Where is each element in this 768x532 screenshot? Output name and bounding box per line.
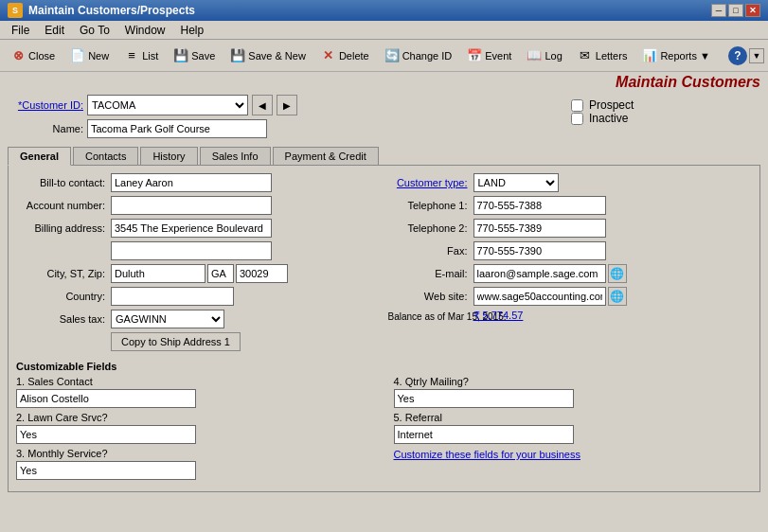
city-label: City, ST, Zip: [16,268,111,279]
tab-sales-info[interactable]: Sales Info [200,147,271,166]
website-input[interactable] [473,287,606,306]
website-label: Web site: [388,291,473,302]
close-button[interactable]: ⊗ Close [4,44,62,68]
account-number-input[interactable] [111,196,272,215]
top-section: *Customer ID: TACOMA ◀ ▶ Name: Prospect [8,95,760,144]
balance-label: Balance as of Mar 15, 2015: [388,310,473,322]
bill-to-input[interactable] [111,173,272,192]
letters-button[interactable]: ✉ Letters [571,44,634,68]
toolbar: ⊗ Close 📄 New ≡ List 💾 Save 💾 Save & New… [0,40,768,72]
bill-to-label: Bill-to contact: [16,177,111,188]
telephone1-row: Telephone 1: [388,196,753,215]
new-icon: 📄 [70,48,85,63]
tabs-row: General Contacts History Sales Info Paym… [8,146,760,165]
log-button[interactable]: 📖 Log [520,44,568,68]
tab-history[interactable]: History [140,147,197,166]
telephone2-label: Telephone 2: [388,222,473,234]
change-id-icon: 🔄 [384,48,400,63]
tab-payment-credit[interactable]: Payment & Credit [273,147,379,166]
website-row: Web site: 🌐 [388,287,753,306]
state-input[interactable] [207,264,234,283]
customer-id-link[interactable]: *Customer ID: [18,99,83,111]
custom-input-3[interactable] [16,461,196,480]
account-number-row: Account number: [16,196,381,215]
customer-id-label: *Customer ID: [8,99,83,111]
title-bar: S Maintain Customers/Prospects ─ □ ✕ [0,0,768,21]
telephone1-label: Telephone 1: [388,200,473,211]
custom-field-label-2: 2. Lawn Care Srvc? [16,412,375,423]
save-icon: 💾 [173,48,188,63]
top-left: *Customer ID: TACOMA ◀ ▶ Name: [8,95,571,144]
window-close-button[interactable]: ✕ [745,4,760,17]
email-row: E-mail: 🌐 [388,264,753,283]
save-new-button[interactable]: 💾 Save & New [223,44,313,68]
left-column: Bill-to contact: Account number: Billing… [16,173,381,355]
menu-file[interactable]: File [4,22,37,39]
balance-link[interactable]: ₹ 5,774.57 [473,310,524,322]
list-button[interactable]: ≡ List [117,44,165,68]
checkboxes-area: Prospect Inactive [571,95,760,125]
telephone2-input[interactable] [473,219,606,238]
custom-input-4[interactable] [394,389,574,408]
prospect-checkbox-row: Prospect [571,98,760,112]
customer-id-row: *Customer ID: TACOMA ◀ ▶ [8,95,571,115]
custom-input-5[interactable] [394,425,574,444]
copy-to-ship-address-button[interactable]: Copy to Ship Address 1 [111,332,241,351]
reports-button[interactable]: 📊 Reports ▼ [635,44,716,68]
save-new-icon: 💾 [230,48,245,63]
delete-button[interactable]: ✕ Delete [314,44,376,68]
event-button[interactable]: 📅 Event [460,44,518,68]
menu-window[interactable]: Window [117,22,173,39]
menu-bar: File Edit Go To Window Help [0,21,768,40]
custom-field-label-1: 1. Sales Contact [16,376,375,387]
telephone1-input[interactable] [473,196,606,215]
change-id-button[interactable]: 🔄 Change ID [378,44,459,68]
tab-contacts[interactable]: Contacts [73,147,138,166]
nav-next-button[interactable]: ▶ [277,95,297,115]
inactive-label: Inactive [589,112,628,125]
fax-label: Fax: [388,245,473,257]
email-input-group: 🌐 [473,264,627,283]
customizable-fields-grid: 1. Sales Contact 2. Lawn Care Srvc? 3. M… [16,376,752,484]
maximize-button[interactable]: □ [728,4,743,17]
billing-address-input[interactable] [111,219,272,238]
name-input[interactable] [87,119,267,138]
prospect-checkbox[interactable] [571,99,583,112]
bill-to-contact-row: Bill-to contact: [16,173,381,192]
new-button[interactable]: 📄 New [63,44,116,68]
tab-content: Bill-to contact: Account number: Billing… [8,165,760,492]
zip-input[interactable] [236,264,288,283]
inactive-checkbox[interactable] [571,113,583,125]
customize-fields-link[interactable]: Customize these fields for your business [394,449,580,460]
email-icon[interactable]: 🌐 [608,264,627,283]
custom-input-2[interactable] [16,425,196,444]
city-input[interactable] [111,264,205,283]
fax-input[interactable] [473,241,606,260]
name-label: Name: [8,123,83,134]
toolbar-options-button[interactable]: ▼ [749,48,764,63]
customer-type-link[interactable]: Customer type: [397,177,468,188]
customizable-fields-title: Customizable Fields [16,361,752,372]
menu-goto[interactable]: Go To [72,22,117,39]
menu-help[interactable]: Help [173,22,212,39]
country-label: Country: [16,291,111,302]
nav-prev-button[interactable]: ◀ [252,95,273,115]
menu-edit[interactable]: Edit [37,22,72,39]
billing-address2-row [16,241,381,260]
minimize-button[interactable]: ─ [711,4,726,17]
sales-tax-select[interactable]: GAGWINN [111,310,224,328]
help-button[interactable]: ? [728,46,747,65]
email-input[interactable] [473,264,606,283]
tab-general[interactable]: General [8,147,71,166]
window-title: Maintain Customers/Prospects [28,4,195,17]
save-button[interactable]: 💾 Save [167,44,222,68]
custom-input-1[interactable] [16,389,196,408]
customer-type-label: Customer type: [388,177,473,188]
content-header: Maintain Customers [0,72,768,91]
customer-id-select[interactable]: TACOMA [87,95,248,115]
customer-type-select[interactable]: LAND [473,173,559,192]
website-icon[interactable]: 🌐 [608,287,627,306]
country-input[interactable] [111,287,234,306]
billing-address2-input[interactable] [111,241,272,260]
custom-left-col: 1. Sales Contact 2. Lawn Care Srvc? 3. M… [16,376,375,484]
